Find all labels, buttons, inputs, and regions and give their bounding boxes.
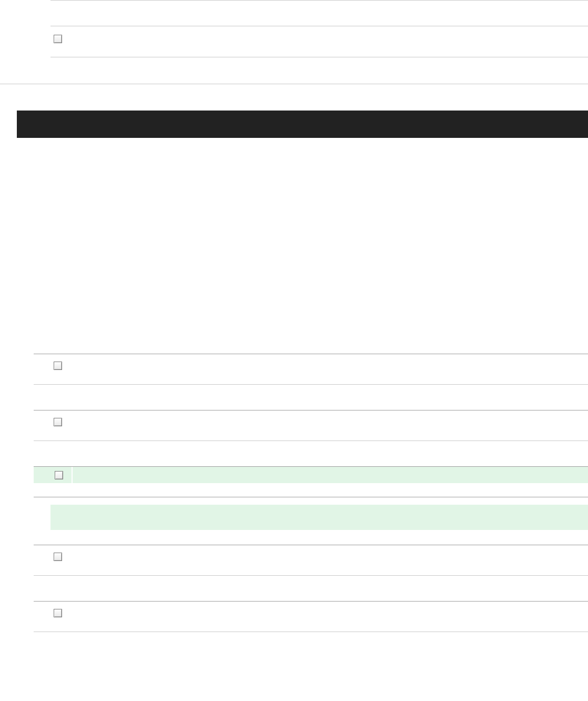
list-row[interactable]	[34, 354, 588, 385]
list-block	[34, 601, 588, 632]
top-partial-section	[0, 0, 588, 84]
list-block	[34, 354, 588, 410]
checkbox-icon[interactable]	[54, 418, 62, 426]
list-row[interactable]	[34, 467, 588, 497]
highlight-detail-bar	[50, 505, 588, 530]
list-block	[34, 545, 588, 601]
checkbox-icon[interactable]	[54, 362, 62, 370]
list-row[interactable]	[50, 26, 588, 57]
highlight-strip-right	[73, 467, 588, 483]
list-block-highlighted	[34, 466, 588, 545]
checkbox-icon[interactable]	[54, 609, 62, 617]
checkbox-icon[interactable]	[54, 553, 62, 561]
list-row[interactable]	[34, 602, 588, 632]
content-gap	[0, 138, 588, 354]
section-header-bar	[17, 111, 588, 138]
list-row[interactable]	[34, 410, 588, 441]
checkbox-icon[interactable]	[54, 35, 62, 43]
list-block	[34, 410, 588, 466]
highlight-strip-left	[34, 467, 72, 483]
lower-list-section	[34, 354, 588, 632]
checkbox-icon[interactable]	[55, 471, 63, 479]
list-row[interactable]	[34, 545, 588, 576]
